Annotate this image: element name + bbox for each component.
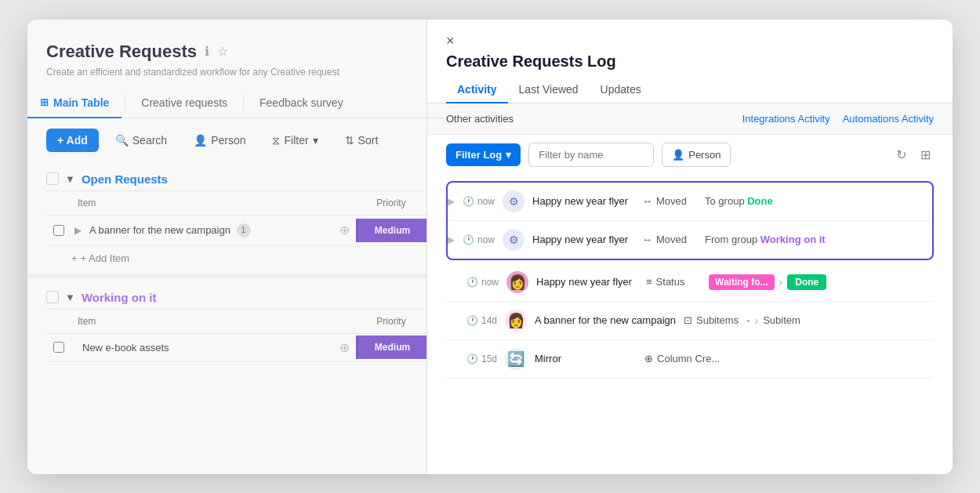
search-button[interactable]: 🔍 Search (105, 128, 177, 153)
row-expand-icon[interactable]: ▶ (71, 225, 85, 236)
close-button[interactable]: × (446, 34, 455, 48)
add-item-row[interactable]: + + Add Item (27, 246, 426, 270)
clock-icon-3: 🕐 (466, 277, 478, 288)
log-item-name-2: Happy new year flyer (532, 234, 634, 245)
group-title-open: Open Requests (82, 172, 168, 186)
status-icon-3: ≡ (646, 276, 652, 288)
clock-icon-1: 🕐 (463, 196, 474, 207)
tab-last-viewed[interactable]: Last Viewed (508, 77, 590, 103)
log-avatar-1: ⚙ (503, 190, 524, 212)
log-expand-btn-1[interactable]: ▶ (448, 196, 455, 207)
log-expand-btn-2[interactable]: ▶ (448, 234, 455, 245)
highlighted-log-rows: ▶ 🕐 now ⚙ Happy new year flyer ↔ Moved T… (446, 181, 934, 260)
col-headers-open: Item Priority (46, 190, 426, 216)
group-header-open: ▼ Open Requests (27, 163, 426, 190)
person-icon: 👤 (194, 134, 207, 147)
row-name-2: New e-book assets (78, 334, 333, 361)
move-icon-2: ↔ (642, 234, 652, 245)
tab-updates[interactable]: Updates (590, 77, 652, 103)
group-chevron-open[interactable]: ▼ (65, 173, 75, 185)
group-divider (27, 274, 426, 278)
log-avatar-3: 👩 (506, 271, 528, 293)
row-badge: 1 (237, 223, 251, 237)
row-add-icon[interactable]: ⊕ (333, 223, 356, 237)
table-area: ▼ Open Requests Item Priority ▶ A banner… (27, 163, 426, 474)
group-checkbox-working[interactable] (46, 291, 59, 303)
chevron-down-icon-filter: ▾ (506, 149, 511, 161)
row-checkbox[interactable] (46, 225, 71, 236)
log-action-5: ⊕ Column Cre... (644, 353, 720, 364)
log-action-2: ↔ Moved (642, 234, 697, 245)
group-title-working: Working on it (82, 291, 157, 304)
log-item-name-5: Mirror (535, 353, 637, 364)
row-name: A banner for the new campaign 1 (85, 216, 333, 245)
filter-button[interactable]: ⧖ Filter ▾ (262, 128, 328, 154)
main-tabs: ⊞ Main Table Creative requests Feedback … (27, 89, 445, 118)
arrow-right-3: › (779, 276, 783, 288)
person-filter-icon: 👤 (672, 149, 684, 161)
automations-activity-link[interactable]: Automations Activity (843, 113, 934, 125)
log-item-name-4: A banner for the new campaign (535, 314, 676, 326)
col-priority-label: Priority (356, 198, 426, 208)
log-detail-1: To group Done (705, 195, 932, 207)
log-row-1: ▶ 🕐 now ⚙ Happy new year flyer ↔ Moved T… (448, 183, 932, 221)
row-add-icon-2[interactable]: ⊕ (333, 340, 356, 355)
group-checkbox-open[interactable] (46, 172, 59, 185)
tab-divider (125, 95, 125, 111)
col-priority-label-2: Priority (356, 316, 426, 327)
tab-feedback-survey[interactable]: Feedback survey (247, 89, 356, 118)
filter-log-button[interactable]: Filter Log ▾ (446, 143, 521, 166)
row-checkbox-2[interactable] (46, 342, 71, 353)
expand-view-button[interactable]: ⊞ (917, 144, 934, 165)
group-header-working: ▼ Working on it (27, 281, 426, 309)
log-row-3: 🕐 now 👩 Happy new year flyer ≡ Status Wa… (446, 263, 934, 302)
filter-person-button[interactable]: 👤 Person (662, 143, 731, 167)
integrations-activity-link[interactable]: Integrations Activity (742, 113, 830, 125)
log-row-5: 🕐 15d 🔄 Mirror ⊕ Column Cre... (446, 340, 934, 379)
log-detail-3: Waiting fo... › Done (709, 274, 934, 290)
sort-button[interactable]: ⇅ Sort (335, 128, 389, 153)
tab-activity[interactable]: Activity (446, 77, 508, 103)
tab-main-table[interactable]: ⊞ Main Table (27, 89, 122, 118)
table-icon: ⊞ (40, 96, 49, 108)
log-action-4: ⊡ Subitems (684, 314, 739, 326)
col-item-label: Item (71, 194, 356, 212)
col-headers-working: Item Priority (46, 309, 426, 334)
move-icon-1: ↔ (642, 195, 652, 207)
log-action-1: ↔ Moved (642, 195, 697, 207)
clock-icon-2: 🕐 (463, 234, 474, 245)
log-row-4: 🕐 14d 👩 A banner for the new campaign ⊡ … (446, 302, 934, 340)
right-panel: × Creative Requests Log Activity Last Vi… (427, 20, 953, 474)
status-badge-waiting: Waiting fo... (709, 274, 775, 290)
log-time-2: 🕐 now (463, 234, 495, 245)
info-icon[interactable]: ℹ (205, 44, 209, 59)
star-icon[interactable]: ☆ (217, 44, 228, 59)
filter-row: Filter Log ▾ 👤 Person ↻ ⊞ (427, 135, 953, 175)
log-row-2: ▶ 🕐 now ⚙ Happy new year flyer ↔ Moved F… (448, 221, 932, 259)
right-tabs: Activity Last Viewed Updates (427, 71, 953, 103)
toolbar: + Add 🔍 Search 👤 Person ⧖ Filter ▾ ⇅ Sor… (27, 118, 426, 163)
person-button[interactable]: 👤 Person (183, 128, 256, 153)
clock-icon-5: 🕐 (466, 353, 478, 364)
right-subtabs: Other activities Integrations Activity A… (427, 103, 953, 135)
group-chevron-working[interactable]: ▼ (65, 292, 75, 303)
log-item-name-3: Happy new year flyer (536, 276, 638, 288)
left-header: Creative Requests ℹ ☆ Create an efficien… (27, 20, 426, 89)
left-panel: Creative Requests ℹ ☆ Create an efficien… (27, 20, 427, 474)
tab-creative-requests[interactable]: Creative requests (129, 89, 240, 118)
page-title: Creative Requests (46, 42, 197, 62)
log-time-1: 🕐 now (463, 196, 495, 207)
filter-name-input[interactable] (528, 143, 654, 167)
log-action-3: ≡ Status (646, 276, 701, 288)
column-create-icon-5: ⊕ (644, 353, 653, 364)
log-time-4: 🕐 14d (466, 315, 497, 326)
log-time-3: 🕐 now (466, 277, 499, 288)
status-badge-done: Done (787, 274, 826, 290)
tab-divider-2 (243, 95, 244, 111)
subitem-icon-4: ⊡ (684, 314, 692, 326)
refresh-button[interactable]: ↻ (893, 144, 909, 165)
chevron-down-icon: ▾ (313, 134, 318, 147)
activity-log: ▶ 🕐 now ⚙ Happy new year flyer ↔ Moved T… (427, 175, 953, 474)
row-priority-2: Medium (356, 335, 426, 359)
add-button[interactable]: + Add (46, 129, 99, 152)
